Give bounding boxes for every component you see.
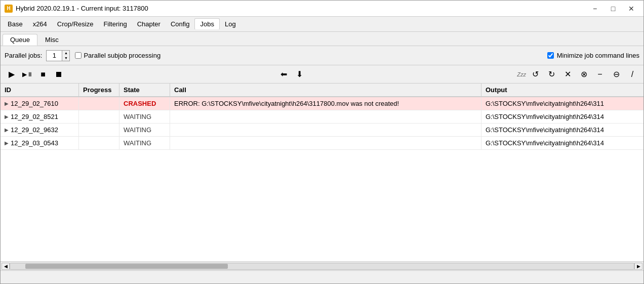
close-button[interactable]: ✕ xyxy=(623,3,639,15)
col-header-id: ID xyxy=(1,84,79,96)
menu-item-filtering[interactable]: Filtering xyxy=(98,19,132,29)
expand-icon-0[interactable]: ▶ xyxy=(5,101,9,106)
menu-item-base[interactable]: Base xyxy=(3,19,28,29)
cell-id-1: ▶ 12_29_02_8521 xyxy=(1,110,79,123)
retry-button[interactable]: ↻ xyxy=(544,68,558,81)
toolbar-right: Minimize job command lines xyxy=(547,52,639,59)
content-area: ID Progress State Call Output ▶ 12_29_02… xyxy=(1,84,643,261)
col-header-output: Output xyxy=(481,84,643,96)
tab-queue[interactable]: Queue xyxy=(3,34,37,46)
reload-button[interactable]: ↺ xyxy=(528,68,542,81)
scroll-left-button[interactable]: ◀ xyxy=(2,263,10,270)
menu-item-chapter[interactable]: Chapter xyxy=(132,19,166,29)
menu-item-config[interactable]: Config xyxy=(166,19,195,29)
app-icon-label: H xyxy=(7,6,10,11)
cell-call-2 xyxy=(170,124,481,136)
menu-bar: Base x264 Crop/Resize Filtering Chapter … xyxy=(1,17,643,32)
cell-progress-3 xyxy=(79,137,119,149)
id-value-0: 12_29_02_7610 xyxy=(11,100,58,107)
table-row[interactable]: ▶ 12_29_02_8521 WAITING G:\STOCKSY\mfive… xyxy=(1,110,643,124)
maximize-button[interactable]: □ xyxy=(605,3,621,15)
cell-id-2: ▶ 12_29_02_9632 xyxy=(1,124,79,136)
table-row[interactable]: ▶ 12_29_03_0543 WAITING G:\STOCKSY\mfive… xyxy=(1,137,643,150)
id-value-2: 12_29_02_9632 xyxy=(11,126,58,134)
tab-misc[interactable]: Misc xyxy=(37,34,66,46)
table-row[interactable]: ▶ 12_29_02_7610 CRASHED ERROR: G:\STOCKS… xyxy=(1,97,643,110)
menu-item-crop-resize[interactable]: Crop/Resize xyxy=(52,19,99,29)
parallel-subjob-checkbox[interactable] xyxy=(75,52,82,59)
id-value-1: 12_29_02_8521 xyxy=(11,113,58,120)
table-body: ▶ 12_29_02_7610 CRASHED ERROR: G:\STOCKS… xyxy=(1,97,643,261)
horizontal-scrollbar[interactable] xyxy=(10,263,634,270)
cell-call-1 xyxy=(170,110,481,123)
cell-progress-2 xyxy=(79,124,119,136)
parallel-jobs-input[interactable] xyxy=(47,51,62,61)
action-bar: ▶ ▶⏸ ■ ⏹ ⬅ ⬇ Zzz ↺ ↻ ✕ ⊗ − ⊖ / xyxy=(1,65,643,84)
expand-icon-1[interactable]: ▶ xyxy=(5,114,9,119)
window-title: Hybrid 2020.02.19.1 - Current input: 311… xyxy=(16,5,587,12)
col-header-progress: Progress xyxy=(79,84,119,96)
window-controls: − □ ✕ xyxy=(587,3,639,15)
dash-button[interactable]: − xyxy=(593,68,607,81)
toolbar: Parallel jobs: ▲ ▼ Parallel subjob proce… xyxy=(1,46,643,65)
menu-item-x264[interactable]: x264 xyxy=(28,19,52,29)
scrollbar-row: ◀ ▶ xyxy=(1,261,643,270)
scrollbar-thumb xyxy=(25,264,228,269)
parallel-jobs-spinbox[interactable]: ▲ ▼ xyxy=(46,50,70,61)
app-icon: H xyxy=(5,5,13,13)
scroll-right-button[interactable]: ▶ xyxy=(634,263,642,270)
id-value-3: 12_29_03_0543 xyxy=(11,139,58,147)
cell-output-0: G:\STOCKSY\mfive\cityatnight\h264\311 xyxy=(481,97,643,110)
table-header: ID Progress State Call Output xyxy=(1,84,643,97)
stop-box-button[interactable]: ■ xyxy=(36,68,50,81)
play-button[interactable]: ▶ xyxy=(5,68,19,81)
spin-arrows: ▲ ▼ xyxy=(62,51,69,61)
cell-state-3: WAITING xyxy=(119,137,170,149)
table-row[interactable]: ▶ 12_29_02_9632 WAITING G:\STOCKSY\mfive… xyxy=(1,124,643,137)
minimize-commandlines-checkbox[interactable] xyxy=(547,52,554,59)
cell-id-0: ▶ 12_29_02_7610 xyxy=(1,97,79,110)
parallel-subjob-group: Parallel subjob processing xyxy=(75,52,160,59)
status-bar xyxy=(1,270,643,283)
cell-state-1: WAITING xyxy=(119,110,170,123)
parallel-subjob-label: Parallel subjob processing xyxy=(84,52,160,59)
col-header-state: State xyxy=(119,84,170,96)
play-pause-button[interactable]: ▶⏸ xyxy=(20,68,34,81)
expand-icon-3[interactable]: ▶ xyxy=(5,140,9,146)
cell-progress-0 xyxy=(79,97,119,110)
cell-output-2: G:\STOCKSY\mfive\cityatnight\h264\314 xyxy=(481,124,643,136)
title-bar: H Hybrid 2020.02.19.1 - Current input: 3… xyxy=(1,1,643,17)
cell-id-3: ▶ 12_29_03_0543 xyxy=(1,137,79,149)
arrow-left-button[interactable]: ⬅ xyxy=(276,68,291,81)
minimize-commandlines-label: Minimize job command lines xyxy=(557,52,639,59)
cell-state-2: WAITING xyxy=(119,124,170,136)
circle-minus-button[interactable]: ⊖ xyxy=(609,68,623,81)
parallel-jobs-label: Parallel jobs: xyxy=(5,52,42,59)
zzz-label: Zzz xyxy=(517,71,526,77)
stop-circle-button[interactable]: ⏹ xyxy=(52,68,66,81)
spin-up-button[interactable]: ▲ xyxy=(62,51,69,56)
menu-item-jobs[interactable]: Jobs xyxy=(194,18,219,30)
cell-output-3: G:\STOCKSY\mfive\cityatnight\h264\314 xyxy=(481,137,643,149)
cell-state-0: CRASHED xyxy=(119,97,170,110)
x-button[interactable]: ✕ xyxy=(560,68,575,81)
cell-output-1: G:\STOCKSY\mfive\cityatnight\h264\314 xyxy=(481,110,643,123)
arrow-down-button[interactable]: ⬇ xyxy=(292,68,306,81)
minimize-button[interactable]: − xyxy=(587,3,603,15)
circle-x-button[interactable]: ⊗ xyxy=(577,68,591,81)
main-window: H Hybrid 2020.02.19.1 - Current input: 3… xyxy=(0,0,644,284)
col-header-call: Call xyxy=(170,84,481,96)
cell-call-3 xyxy=(170,137,481,149)
action-right: Zzz ↺ ↻ ✕ ⊗ − ⊖ / xyxy=(517,68,639,81)
tab-bar: Queue Misc xyxy=(1,32,643,46)
expand-icon-2[interactable]: ▶ xyxy=(5,127,9,133)
cell-call-0: ERROR: G:\STOCKSY\mfive\cityatnight\h264… xyxy=(170,97,481,110)
spin-down-button[interactable]: ▼ xyxy=(62,56,69,61)
menu-item-log[interactable]: Log xyxy=(220,19,241,29)
slash-button[interactable]: / xyxy=(625,68,639,81)
cell-progress-1 xyxy=(79,110,119,123)
